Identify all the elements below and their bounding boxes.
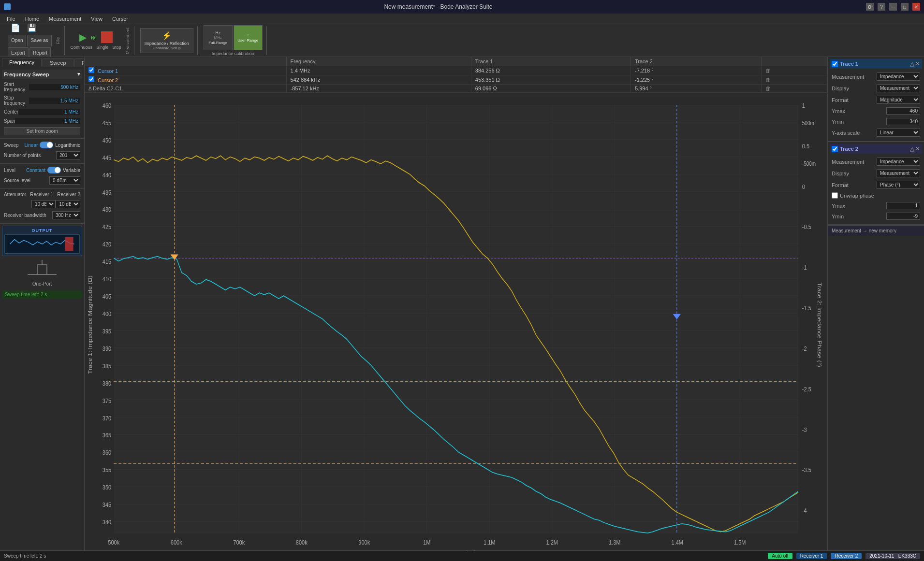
svg-text:395: 395 [103,328,112,335]
trace1-checkbox[interactable] [832,61,838,67]
menu-view[interactable]: View [86,15,107,23]
close-btn[interactable]: ✕ [912,3,920,11]
level-toggle-switch[interactable] [47,167,61,173]
t1-ymax-input[interactable] [886,107,920,115]
tab-sweep[interactable]: Sweep [43,58,73,67]
output-panel: OUTPUT [2,226,82,256]
t1-display-select[interactable]: Measurement Memory [877,84,920,92]
trace1-expand-btn[interactable]: △ [910,60,914,67]
trace1-close-btn[interactable]: ✕ [915,60,920,67]
linear-option[interactable]: Linear [24,143,38,148]
cursor1-trace2: -7.218 ° [631,66,762,75]
level-toggle: Constant Variable [26,167,80,173]
t1-format-select[interactable]: Magnitude Phase Real Imaginary [877,96,920,104]
hardware-setup-label: Hardware Setup [153,46,181,50]
toolbar-impedance-section: ⚡ Impedance / Reflection Hardware Setup [136,26,198,55]
variable-option[interactable]: Variable [63,168,80,173]
t1-measurement-select[interactable]: Impedance Gain/Phase [877,72,920,81]
output-label: OUTPUT [4,228,80,233]
svg-text:0: 0 [802,183,805,190]
svg-text:600k: 600k [171,539,183,546]
t1-format-label: Format [832,97,849,103]
trace2-checkbox[interactable] [832,146,838,152]
stop-freq-label: Stop frequency [4,95,29,106]
col-frequency: Frequency [286,57,471,66]
trace2-close-btn[interactable]: ✕ [915,145,920,152]
sweep-time-label: Sweep time left: 2 s [5,292,47,297]
save-as-button[interactable]: Save as [27,35,51,46]
status-badges: Auto off Receiver 1 Receiver 2 2021-10-1… [768,553,920,559]
t2-ymin-input[interactable] [886,213,920,220]
svg-text:-1: -1 [802,264,807,271]
t2-unwrap-checkbox[interactable] [832,192,838,199]
delta-delete[interactable]: 🗑 [762,85,827,93]
svg-rect-0 [65,237,73,251]
settings-btn[interactable]: ⚙ [866,3,874,11]
freq-sweep-header[interactable]: Frequency Sweep ▾ [2,70,82,79]
svg-rect-1 [37,265,47,274]
title-bar: New measurement* - Bode Analyzer Suite ⚙… [0,0,924,14]
cursor1-checkbox[interactable] [88,67,94,73]
single-play-btn[interactable]: ⏭ [90,33,97,41]
att-r2-select[interactable]: 10 dB 20 dB [56,200,80,208]
stop-btn[interactable] [101,31,113,43]
user-range-btn[interactable]: ↔ User-Range [234,25,263,50]
span-input[interactable] [15,118,80,124]
t1-yaxis-select[interactable]: Linear Logarithmic [877,129,920,137]
level-label: Level [4,168,15,173]
maximize-btn[interactable]: □ [901,3,909,11]
t2-measurement-row: Measurement Impedance Gain/Phase [830,157,922,167]
rcv-bandwidth-select[interactable]: 300 Hz 1 kHz 10 kHz [52,211,80,219]
center-input[interactable] [18,109,80,115]
open-button[interactable]: Open [8,35,26,46]
tab-fixed[interactable]: Fixed [74,58,85,67]
save-button[interactable]: 💾 [24,22,40,34]
minimize-btn[interactable]: ─ [889,3,897,11]
cursor2-checkbox[interactable] [88,76,94,82]
cursor-row-1: Cursor 1 1.4 MHz 384.256 Ω -7.218 ° 🗑 [85,66,827,75]
trace2-expand-btn[interactable]: △ [910,145,914,152]
cursor1-delete[interactable]: 🗑 [762,66,827,75]
svg-text:430: 430 [103,206,112,214]
new-button[interactable]: 📄 [8,22,23,34]
svg-text:Trace 1: Impedance Magnitude (: Trace 1: Impedance Magnitude (Ω) [87,275,93,374]
cursor-row-2: Cursor 2 542.884 kHz 453.351 Ω -1.225 ° … [85,75,827,85]
impedance-reflection-btn[interactable]: ⚡ Impedance / Reflection Hardware Setup [140,28,193,53]
date-label: 2021-10-11 [869,553,894,559]
center-area: Frequency Trace 1 Trace 2 Cursor 1 1.4 M… [85,57,827,550]
att-r1-select[interactable]: 10 dB 20 dB [31,200,56,208]
svg-text:-1.5: -1.5 [802,304,811,312]
chart-svg: 460 455 450 445 440 435 430 425 420 415 … [85,93,827,550]
logarithmic-option[interactable]: Logarithmic [55,143,80,148]
menu-file[interactable]: File [2,15,20,23]
menu-cursor[interactable]: Cursor [107,15,133,23]
t2-format-select[interactable]: Phase (°) Magnitude [877,181,920,189]
menu-home[interactable]: Home [20,15,44,23]
menu-measurement[interactable]: Measurement [44,15,86,23]
t2-display-row: Display Measurement Memory [830,168,922,178]
cursor2-name: Cursor 2 [85,75,286,85]
source-level-select[interactable]: 0 dBm -10 dBm 10 dBm [49,176,80,185]
chart-container[interactable]: 460 455 450 445 440 435 430 425 420 415 … [85,93,827,550]
constant-option[interactable]: Constant [26,168,45,173]
full-range-btn[interactable]: Hz MHz Full-Range [204,25,233,50]
t1-ymin-input[interactable] [886,118,920,125]
cursor-table: Frequency Trace 1 Trace 2 Cursor 1 1.4 M… [85,57,827,93]
svg-text:-500m: -500m [802,160,816,167]
cursor2-delete[interactable]: 🗑 [762,75,827,85]
start-freq-input[interactable] [29,84,80,90]
stop-freq-input[interactable] [29,98,80,104]
set-from-zoom-btn[interactable]: Set from zoom [4,127,80,135]
t2-measurement-select[interactable]: Impedance Gain/Phase [877,158,920,166]
t1-ymin-row: Ymin [830,117,922,126]
tab-frequency[interactable]: Frequency [2,58,42,67]
t2-display-select[interactable]: Measurement Memory [877,169,920,177]
continuous-play-btn[interactable]: ▶ [79,31,87,43]
t2-ymax-input[interactable] [886,202,920,209]
help-btn[interactable]: ? [878,3,885,11]
level-row: Level Constant Variable [2,166,82,174]
sweep-toggle-switch[interactable] [40,142,53,148]
svg-text:1: 1 [802,102,805,109]
cursor1-freq: 1.4 MHz [286,66,471,75]
num-points-select[interactable]: 201 401 801 [56,151,80,159]
